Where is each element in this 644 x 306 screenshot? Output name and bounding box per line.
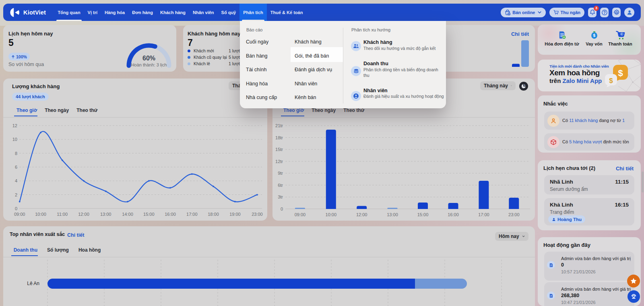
svg-text:09:00: 09:00 [295, 212, 306, 217]
svg-text:10:00: 10:00 [35, 212, 46, 217]
svg-text:21tr: 21tr [275, 123, 283, 128]
svg-text:9tr: 9tr [278, 171, 283, 176]
svg-text:23:00: 23:00 [508, 212, 520, 217]
svg-text:17:00: 17:00 [478, 212, 489, 217]
svg-text:16:00: 16:00 [165, 212, 176, 217]
svg-text:6tr: 6tr [278, 183, 283, 188]
svg-text:10:00: 10:00 [326, 212, 337, 217]
svg-text:14:00: 14:00 [122, 212, 133, 217]
svg-text:12tr: 12tr [275, 159, 283, 164]
svg-text:12:00: 12:00 [356, 212, 367, 217]
svg-text:15:00: 15:00 [417, 212, 429, 217]
svg-text:0: 0 [281, 207, 283, 211]
svg-text:2: 2 [15, 192, 17, 197]
svg-text:11:00: 11:00 [57, 212, 68, 217]
svg-text:$: $ [618, 68, 623, 78]
svg-text:12:00: 12:00 [78, 212, 89, 217]
svg-text:8: 8 [15, 151, 17, 156]
svg-text:23:00: 23:00 [252, 212, 263, 217]
svg-text:13:00: 13:00 [100, 212, 111, 217]
svg-text:13:00: 13:00 [387, 212, 398, 217]
svg-text:10: 10 [12, 137, 17, 142]
svg-text:0: 0 [15, 206, 17, 211]
svg-text:18:00: 18:00 [208, 212, 219, 217]
svg-text:18tr: 18tr [275, 135, 283, 140]
svg-text:19:00: 19:00 [229, 212, 241, 217]
svg-text:15tr: 15tr [275, 147, 283, 152]
svg-text:3tr: 3tr [278, 194, 283, 199]
svg-text:$: $ [609, 77, 613, 85]
svg-text:15:00: 15:00 [143, 212, 155, 217]
svg-text:17:00: 17:00 [186, 212, 198, 217]
svg-text:12: 12 [12, 123, 17, 128]
svg-text:Lê An: Lê An [27, 281, 39, 286]
svg-text:16:00: 16:00 [448, 212, 459, 217]
svg-text:4: 4 [15, 178, 17, 183]
svg-text:09:00: 09:00 [14, 212, 25, 217]
svg-text:6: 6 [15, 165, 17, 170]
